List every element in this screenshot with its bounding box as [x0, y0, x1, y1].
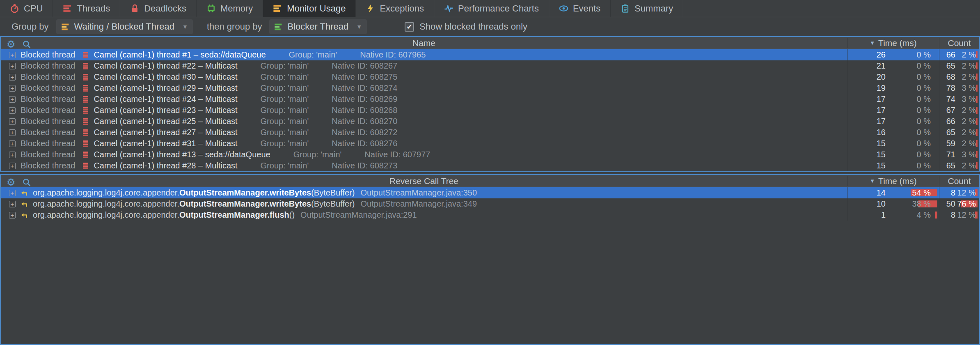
time-percent: 54 %	[912, 188, 931, 197]
blocked-thread-row[interactable]: Blocked thread Camel (camel-1) thread #2…	[1, 83, 979, 94]
thread-name: Camel (camel-1) thread #13 – seda://data…	[94, 150, 270, 159]
count-percent: 2 %	[962, 72, 976, 81]
count-percent: 3 %	[962, 83, 976, 92]
percent-bar	[935, 212, 937, 218]
count-percent-cell: 2 %	[957, 127, 979, 138]
call-tree-row[interactable]: org.apache.logging.log4j.core.appender.O…	[1, 209, 979, 221]
tab-summary[interactable]: Summary	[611, 0, 683, 17]
expand-icon[interactable]	[9, 63, 16, 69]
expand-icon[interactable]	[9, 85, 16, 92]
blocked-thread-icon	[82, 74, 89, 81]
call-tree-row[interactable]: org.apache.logging.log4j.core.appender.O…	[1, 198, 979, 209]
thread-name: Camel (camel-1) thread #27 – Multicast	[94, 128, 237, 137]
tab-label: Deadlocks	[144, 3, 186, 14]
tab-exceptions[interactable]: Exceptions	[356, 0, 434, 17]
blocked-thread-row[interactable]: Blocked thread Camel (camel-1) thread #3…	[1, 71, 979, 83]
time-column-header[interactable]: ▼ Time (ms)	[847, 38, 939, 48]
thread-state-label: Blocked thread	[21, 106, 75, 115]
deadlocks-icon	[130, 4, 140, 13]
column-label-time: Time (ms)	[878, 176, 917, 186]
call-tree-row[interactable]: org.apache.logging.log4j.core.appender.O…	[1, 187, 979, 198]
blocked-thread-icon	[82, 96, 89, 103]
dropdown-value: Waiting / Blocked Thread	[74, 21, 175, 32]
expand-icon[interactable]	[9, 107, 16, 114]
blocked-thread-row[interactable]: Blocked thread Camel (camel-1) thread #2…	[1, 94, 979, 105]
count-value: 78	[939, 83, 957, 94]
search-icon[interactable]	[22, 178, 31, 187]
expand-icon[interactable]	[9, 190, 16, 196]
tab-events[interactable]: Events	[549, 0, 611, 17]
count-percent: 2 %	[962, 61, 976, 70]
tab-threads[interactable]: Threads	[53, 0, 120, 17]
time-percent: 0 %	[917, 106, 931, 115]
show-blocked-threads-only[interactable]: ✔ Show blocked threads only	[405, 21, 527, 32]
thread-name-cell: Blocked thread Camel (camel-1) thread #2…	[1, 106, 847, 115]
thread-name: Camel (camel-1) thread #22 – Multicast	[94, 61, 237, 71]
expand-icon[interactable]	[9, 163, 16, 169]
thread-name: Camel (camel-1) thread #23 – Multicast	[94, 106, 237, 115]
events-icon	[559, 4, 568, 13]
count-column-header[interactable]: Count	[939, 38, 979, 48]
thread-state-label: Blocked thread	[21, 50, 75, 60]
expand-icon[interactable]	[9, 140, 16, 147]
expand-icon[interactable]	[9, 129, 16, 136]
thread-native-id: Native ID: 608274	[332, 83, 397, 93]
blocked-thread-row[interactable]: Blocked thread Camel (camel-1) thread #2…	[1, 105, 979, 116]
expand-icon[interactable]	[9, 96, 16, 103]
expand-icon[interactable]	[9, 212, 16, 218]
thread-group: Group: 'main'	[289, 50, 337, 60]
thread-native-id: Native ID: 607965	[360, 50, 426, 60]
count-percent: 2 %	[962, 161, 976, 170]
expand-icon[interactable]	[9, 74, 16, 80]
count-percent-cell: 2 %	[957, 105, 979, 116]
blocked-thread-row[interactable]: Blocked thread Camel (camel-1) thread #2…	[1, 116, 979, 127]
blocked-thread-row[interactable]: Blocked thread Camel (camel-1) thread #1…	[1, 149, 979, 160]
source-location: OutputStreamManager.java:291	[300, 210, 417, 220]
checkbox[interactable]: ✔	[405, 22, 414, 32]
time-column-header[interactable]: ▼ Time (ms)	[847, 176, 939, 186]
expand-icon[interactable]	[9, 52, 16, 58]
thread-native-id: Native ID: 608269	[332, 94, 397, 104]
count-column-header[interactable]: Count	[939, 176, 979, 186]
expand-icon[interactable]	[9, 201, 16, 207]
time-percent: 0 %	[917, 50, 931, 59]
percent-bar	[976, 74, 978, 80]
group-by-dropdown[interactable]: Waiting / Blocked Thread ▼	[56, 19, 193, 34]
count-value: 66	[939, 116, 957, 127]
gear-icon[interactable]: ⚙	[7, 39, 16, 49]
tab-performance-charts[interactable]: Performance Charts	[434, 0, 549, 17]
time-percent-cell: 0 %	[890, 138, 939, 149]
time-percent-cell: 0 %	[890, 60, 939, 71]
time-ms-value: 17	[847, 94, 890, 105]
gear-icon[interactable]: ⚙	[7, 177, 16, 187]
blocked-thread-row[interactable]: Blocked thread Camel (camel-1) thread #2…	[1, 60, 979, 71]
then-group-by-dropdown[interactable]: Blocker Thread ▼	[269, 19, 367, 34]
method-args: ()	[289, 210, 295, 220]
search-icon[interactable]	[22, 40, 31, 49]
count-percent: 2 %	[962, 106, 976, 115]
blocked-thread-row[interactable]: Blocked thread Camel (camel-1) thread #2…	[1, 160, 979, 171]
tab-monitor-usage[interactable]: Monitor Usage	[263, 0, 356, 17]
groupby-toolbar: Group by Waiting / Blocked Thread ▼ then…	[0, 17, 980, 36]
expand-icon[interactable]	[9, 152, 16, 158]
percent-bar	[976, 118, 978, 125]
blocked-thread-row[interactable]: Blocked thread Camel (camel-1) thread #1…	[1, 49, 979, 60]
time-percent: 0 %	[917, 61, 931, 70]
column-label-count: Count	[948, 38, 971, 48]
thread-group: Group: 'main'	[261, 139, 309, 148]
time-ms-value: 20	[847, 71, 890, 83]
blocked-thread-row[interactable]: Blocked thread Camel (camel-1) thread #2…	[1, 127, 979, 138]
group-by-label: Group by	[11, 21, 49, 32]
calltree-title-header[interactable]: ⚙ Reverse Call Tree	[1, 176, 847, 186]
blocked-thread-row[interactable]: Blocked thread Camel (camel-1) thread #3…	[1, 138, 979, 149]
name-column-header[interactable]: ⚙ Name	[1, 38, 847, 48]
method-cell: org.apache.logging.log4j.core.appender.O…	[1, 210, 847, 220]
memory-icon	[206, 4, 216, 13]
expand-icon[interactable]	[9, 118, 16, 125]
tab-cpu[interactable]: CPU	[0, 0, 53, 17]
thread-native-id: Native ID: 608273	[332, 161, 397, 170]
tab-deadlocks[interactable]: Deadlocks	[120, 0, 197, 17]
time-percent-cell: 0 %	[890, 160, 939, 171]
tab-memory[interactable]: Memory	[197, 0, 263, 17]
count-value: 66	[939, 49, 957, 60]
